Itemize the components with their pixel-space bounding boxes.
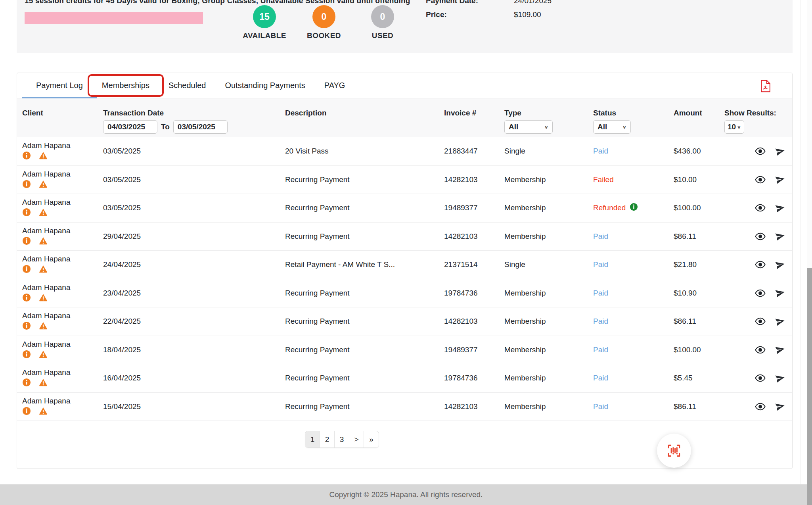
client-info-icon[interactable] xyxy=(22,407,31,415)
tab-scheduled[interactable]: Scheduled xyxy=(159,73,216,98)
tab-payment-log[interactable]: Payment Log xyxy=(27,73,92,98)
actions-cell xyxy=(724,146,792,156)
send-receipt-icon[interactable] xyxy=(775,317,785,326)
tab-outstanding-payments[interactable]: Outstanding Payments xyxy=(215,73,314,98)
description-cell: Recurring Payment xyxy=(285,175,444,184)
date-from-input[interactable] xyxy=(103,120,157,134)
client-name: Adam Hapana xyxy=(22,368,103,377)
send-receipt-icon[interactable] xyxy=(775,231,785,241)
client-info-icon[interactable] xyxy=(22,151,31,160)
send-receipt-icon[interactable] xyxy=(775,203,785,213)
status-select[interactable]: All ∨ xyxy=(593,120,631,134)
send-receipt-icon[interactable] xyxy=(775,175,785,184)
actions-cell xyxy=(724,175,792,184)
client-info-icon[interactable] xyxy=(22,378,31,387)
view-icon[interactable] xyxy=(755,374,766,382)
send-receipt-icon[interactable] xyxy=(775,373,785,383)
page-button-next[interactable]: > xyxy=(349,431,364,447)
type-select[interactable]: All ∨ xyxy=(504,120,553,134)
transaction-date-cell: 03/05/2025 xyxy=(103,175,285,184)
amount-column-header: Amount xyxy=(674,98,724,137)
barcode-scanner-button[interactable] xyxy=(657,434,691,468)
client-info-icon[interactable] xyxy=(22,293,31,302)
view-icon[interactable] xyxy=(755,204,766,212)
used-badge: 0 USED xyxy=(357,5,408,40)
chevron-down-icon: ∨ xyxy=(737,125,741,130)
actions-cell xyxy=(724,373,792,383)
used-label: USED xyxy=(357,31,408,40)
export-pdf-icon[interactable] xyxy=(760,80,772,92)
status-badge: Paid xyxy=(593,232,608,241)
client-info-icon[interactable] xyxy=(22,265,31,273)
page-button-3[interactable]: 3 xyxy=(335,431,349,447)
view-icon[interactable] xyxy=(755,147,766,155)
client-name: Adam Hapana xyxy=(22,311,103,320)
client-info-icon[interactable] xyxy=(22,180,31,188)
send-receipt-icon[interactable] xyxy=(775,260,785,270)
price-value: $109.00 xyxy=(514,10,541,19)
scrollbar-thumb[interactable] xyxy=(807,268,812,505)
tab-payg[interactable]: PAYG xyxy=(315,73,355,98)
amount-cell: $10.00 xyxy=(674,175,724,184)
tab-memberships[interactable]: Memberships xyxy=(92,73,159,98)
client-warning-icon[interactable] xyxy=(39,407,48,415)
client-warning-icon[interactable] xyxy=(39,236,48,245)
view-icon[interactable] xyxy=(755,346,766,354)
transaction-date-cell: 24/04/2025 xyxy=(103,260,285,269)
date-to-input[interactable] xyxy=(173,120,228,134)
client-warning-icon[interactable] xyxy=(39,208,48,217)
client-info-icon[interactable] xyxy=(22,350,31,359)
client-warning-icon[interactable] xyxy=(39,378,48,387)
status-badge: Paid xyxy=(593,260,608,269)
view-icon[interactable] xyxy=(755,261,766,269)
booked-count: 0 xyxy=(312,5,335,28)
refund-info-icon[interactable] xyxy=(630,203,638,213)
send-receipt-icon[interactable] xyxy=(775,345,785,355)
table-row: Adam Hapana 18/04/2025 Recurring Payment… xyxy=(17,336,792,365)
client-warning-icon[interactable] xyxy=(39,151,48,160)
view-icon[interactable] xyxy=(755,176,766,184)
send-receipt-icon[interactable] xyxy=(775,288,785,298)
status-badge: Paid xyxy=(593,346,608,354)
transaction-date-cell: 23/04/2025 xyxy=(103,289,285,298)
client-info-icon[interactable] xyxy=(22,208,31,217)
payment-date-value: 24/01/2025 xyxy=(514,0,552,5)
description-cell: Recurring Payment xyxy=(285,232,444,241)
client-warning-icon[interactable] xyxy=(39,265,48,273)
client-warning-icon[interactable] xyxy=(39,180,48,188)
status-cell: Paid xyxy=(593,289,674,298)
page-button-2[interactable]: 2 xyxy=(320,431,335,447)
type-cell: Membership xyxy=(504,204,593,212)
transaction-date-cell: 29/04/2025 xyxy=(103,232,285,241)
invoice-cell: 21883447 xyxy=(444,147,504,156)
client-warning-icon[interactable] xyxy=(39,350,48,359)
client-warning-icon[interactable] xyxy=(39,293,48,302)
show-results-value: 10 xyxy=(728,123,736,131)
table-row: Adam Hapana 03/05/2025 Recurring Payment… xyxy=(17,166,792,194)
send-receipt-icon[interactable] xyxy=(775,146,785,156)
client-warning-icon[interactable] xyxy=(39,321,48,330)
transaction-date-cell: 16/04/2025 xyxy=(103,374,285,382)
show-results-select[interactable]: 10 ∨ xyxy=(724,120,744,134)
table-row: Adam Hapana 29/04/2025 Recurring Payment… xyxy=(17,223,792,251)
show-results-filter: Show Results: 10 ∨ xyxy=(724,98,792,137)
amount-cell: $10.90 xyxy=(674,289,724,298)
status-cell: Paid xyxy=(593,232,674,241)
client-name: Adam Hapana xyxy=(22,340,103,349)
page-button-1[interactable]: 1 xyxy=(305,431,320,447)
client-info-icon[interactable] xyxy=(22,321,31,330)
send-receipt-icon[interactable] xyxy=(775,401,785,411)
view-icon[interactable] xyxy=(755,232,766,240)
view-icon[interactable] xyxy=(755,403,766,411)
view-icon[interactable] xyxy=(755,289,766,297)
amount-cell: $86.11 xyxy=(674,317,724,326)
price-label: Price: xyxy=(426,10,447,19)
client-cell: Adam Hapana xyxy=(22,307,103,330)
client-cell: Adam Hapana xyxy=(22,166,103,188)
view-icon[interactable] xyxy=(755,317,766,325)
amount-cell: $100.00 xyxy=(674,346,724,354)
invoice-cell: 14282103 xyxy=(444,317,504,326)
client-info-icon[interactable] xyxy=(22,236,31,245)
client-cell: Adam Hapana xyxy=(22,194,103,217)
page-button-last[interactable]: » xyxy=(364,431,379,447)
